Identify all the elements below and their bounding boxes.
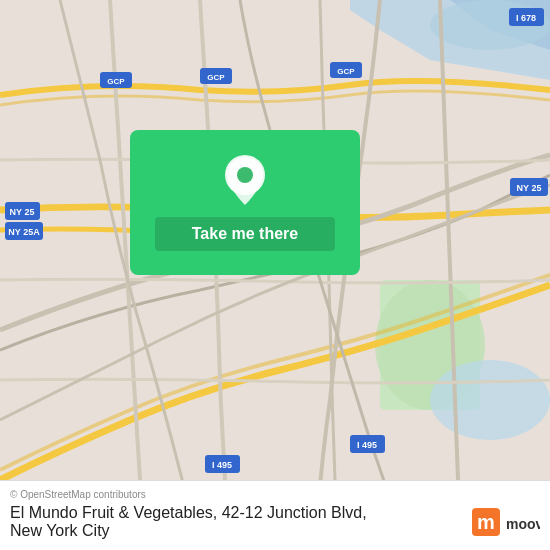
svg-text:I 495: I 495 xyxy=(212,460,232,470)
action-panel: Take me there xyxy=(130,130,360,275)
location-pin-icon xyxy=(223,155,267,207)
moovit-icon: m moovit xyxy=(472,508,540,538)
map-roads-overlay: I 678 NY 25 NY 25A GCP GCP GCP NY 25A I … xyxy=(0,0,550,550)
map-container: I 678 NY 25 NY 25A GCP GCP GCP NY 25A I … xyxy=(0,0,550,550)
svg-point-31 xyxy=(237,167,253,183)
svg-text:NY 25A: NY 25A xyxy=(8,227,40,237)
svg-text:GCP: GCP xyxy=(337,67,355,76)
svg-text:I 678: I 678 xyxy=(516,13,536,23)
svg-point-5 xyxy=(430,360,550,440)
svg-text:GCP: GCP xyxy=(207,73,225,82)
location-name: El Mundo Fruit & Vegetables, 42-12 Junct… xyxy=(10,504,540,540)
svg-text:m: m xyxy=(477,511,495,533)
take-me-there-button[interactable]: Take me there xyxy=(155,217,335,251)
svg-text:NY 25: NY 25 xyxy=(10,207,35,217)
svg-text:moovit: moovit xyxy=(506,516,540,532)
moovit-badge: m moovit xyxy=(472,508,540,538)
copyright-text: © OpenStreetMap contributors xyxy=(10,489,540,500)
svg-text:GCP: GCP xyxy=(107,77,125,86)
info-bar: © OpenStreetMap contributors El Mundo Fr… xyxy=(0,480,550,550)
svg-text:NY 25: NY 25 xyxy=(517,183,542,193)
svg-text:I 495: I 495 xyxy=(357,440,377,450)
